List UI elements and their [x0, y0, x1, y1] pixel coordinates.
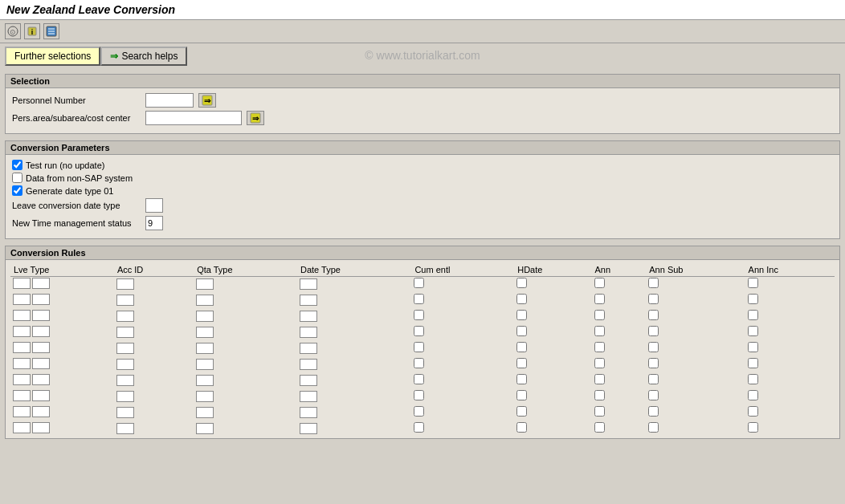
- qta-type-input[interactable]: [196, 311, 214, 322]
- ann-sub-checkbox[interactable]: [648, 390, 659, 400]
- ann-inc-checkbox[interactable]: [748, 406, 758, 417]
- ann-sub-checkbox[interactable]: [648, 422, 659, 433]
- hdate-checkbox[interactable]: [516, 358, 527, 368]
- info-icon[interactable]: i: [24, 23, 40, 39]
- qta-type-input[interactable]: [196, 359, 214, 370]
- date-type-input[interactable]: [300, 423, 317, 434]
- lve-type-input[interactable]: [13, 406, 31, 417]
- ann-checkbox[interactable]: [594, 422, 605, 433]
- cum-entl-checkbox[interactable]: [414, 374, 424, 384]
- lve-type-input2[interactable]: [32, 374, 50, 385]
- qta-type-input[interactable]: [196, 407, 214, 418]
- date-type-input[interactable]: [300, 359, 317, 370]
- qta-type-input[interactable]: [196, 327, 214, 338]
- qta-type-input[interactable]: [196, 278, 214, 290]
- qta-type-input[interactable]: [196, 423, 214, 434]
- ann-checkbox[interactable]: [594, 406, 605, 417]
- ann-inc-checkbox[interactable]: [748, 310, 758, 320]
- tree-icon[interactable]: [43, 23, 59, 39]
- date-type-input[interactable]: [300, 391, 317, 402]
- acc-id-input[interactable]: [116, 295, 134, 306]
- lve-type-input2[interactable]: [32, 358, 50, 369]
- personnel-number-input[interactable]: [145, 93, 194, 108]
- further-selections-tab[interactable]: Further selections: [5, 47, 100, 66]
- hdate-checkbox[interactable]: [516, 406, 527, 417]
- qta-type-input[interactable]: [196, 391, 214, 402]
- non-sap-checkbox[interactable]: [12, 173, 22, 183]
- acc-id-input[interactable]: [116, 423, 134, 434]
- date-type-input[interactable]: [300, 278, 317, 290]
- ann-checkbox[interactable]: [594, 278, 605, 288]
- lve-type-input[interactable]: [13, 310, 31, 321]
- cum-entl-checkbox[interactable]: [414, 342, 424, 352]
- acc-id-input[interactable]: [116, 327, 134, 338]
- lve-type-input[interactable]: [13, 278, 31, 289]
- ann-checkbox[interactable]: [594, 374, 605, 384]
- lve-type-input2[interactable]: [32, 342, 50, 353]
- cum-entl-checkbox[interactable]: [414, 406, 424, 417]
- cum-entl-checkbox[interactable]: [414, 294, 424, 304]
- date-type-input[interactable]: [300, 407, 317, 418]
- date-type-input[interactable]: [300, 295, 317, 306]
- acc-id-input[interactable]: [116, 311, 134, 322]
- ann-sub-checkbox[interactable]: [648, 358, 659, 368]
- lve-type-input2[interactable]: [32, 278, 50, 289]
- ann-inc-checkbox[interactable]: [748, 342, 758, 352]
- cum-entl-checkbox[interactable]: [414, 358, 424, 368]
- back-icon[interactable]: ⊙: [5, 23, 21, 39]
- ann-checkbox[interactable]: [594, 358, 605, 368]
- cum-entl-checkbox[interactable]: [414, 422, 424, 433]
- acc-id-input[interactable]: [116, 375, 134, 386]
- ann-inc-checkbox[interactable]: [748, 374, 758, 384]
- ann-sub-checkbox[interactable]: [648, 294, 659, 304]
- lve-type-input[interactable]: [13, 342, 31, 353]
- lve-type-input2[interactable]: [32, 294, 50, 305]
- cum-entl-checkbox[interactable]: [414, 390, 424, 400]
- acc-id-input[interactable]: [116, 278, 134, 290]
- leave-conversion-date-input[interactable]: [145, 198, 163, 213]
- ann-checkbox[interactable]: [594, 326, 605, 336]
- personnel-number-search-btn[interactable]: ⇒: [198, 93, 216, 108]
- pers-area-input[interactable]: [145, 111, 242, 125]
- time-management-input[interactable]: [145, 216, 163, 230]
- date-type-input[interactable]: [300, 375, 317, 386]
- acc-id-input[interactable]: [116, 391, 134, 402]
- hdate-checkbox[interactable]: [516, 374, 527, 384]
- lve-type-input[interactable]: [13, 390, 31, 401]
- ann-inc-checkbox[interactable]: [748, 294, 758, 304]
- hdate-checkbox[interactable]: [516, 342, 527, 352]
- cum-entl-checkbox[interactable]: [414, 278, 424, 288]
- qta-type-input[interactable]: [196, 375, 214, 386]
- ann-checkbox[interactable]: [594, 390, 605, 400]
- test-run-checkbox[interactable]: [12, 160, 22, 170]
- ann-checkbox[interactable]: [594, 310, 605, 320]
- hdate-checkbox[interactable]: [516, 294, 527, 304]
- search-helps-tab[interactable]: ⇒ Search helps: [100, 47, 187, 66]
- acc-id-input[interactable]: [116, 407, 134, 418]
- ann-inc-checkbox[interactable]: [748, 326, 758, 336]
- ann-inc-checkbox[interactable]: [748, 422, 758, 433]
- hdate-checkbox[interactable]: [516, 390, 527, 400]
- ann-inc-checkbox[interactable]: [748, 358, 758, 368]
- lve-type-input[interactable]: [13, 326, 31, 337]
- ann-sub-checkbox[interactable]: [648, 326, 659, 336]
- date-type-input[interactable]: [300, 343, 317, 354]
- acc-id-input[interactable]: [116, 359, 134, 370]
- acc-id-input[interactable]: [116, 343, 134, 354]
- hdate-checkbox[interactable]: [516, 326, 527, 336]
- lve-type-input2[interactable]: [32, 326, 50, 337]
- ann-sub-checkbox[interactable]: [648, 278, 659, 288]
- lve-type-input2[interactable]: [32, 310, 50, 321]
- lve-type-input2[interactable]: [32, 422, 50, 433]
- ann-inc-checkbox[interactable]: [748, 390, 758, 400]
- ann-sub-checkbox[interactable]: [648, 342, 659, 352]
- lve-type-input[interactable]: [13, 374, 31, 385]
- date-type-input[interactable]: [300, 327, 317, 338]
- pers-area-search-btn[interactable]: ⇒: [247, 111, 264, 125]
- lve-type-input2[interactable]: [32, 390, 50, 401]
- lve-type-input[interactable]: [13, 294, 31, 305]
- hdate-checkbox[interactable]: [516, 310, 527, 320]
- qta-type-input[interactable]: [196, 295, 214, 306]
- qta-type-input[interactable]: [196, 343, 214, 354]
- hdate-checkbox[interactable]: [516, 278, 527, 288]
